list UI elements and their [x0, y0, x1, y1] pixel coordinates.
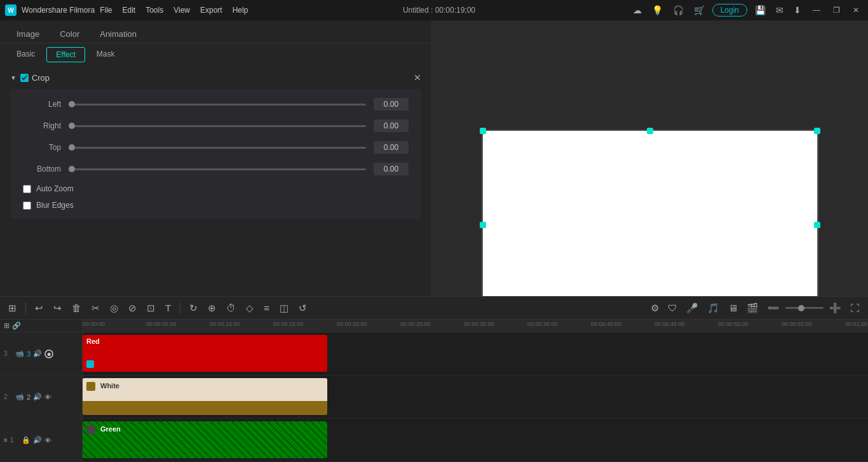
minimize-button[interactable]: — [809, 4, 824, 16]
close-button[interactable]: ✕ [849, 4, 863, 16]
download-icon[interactable]: ⬇ [791, 4, 804, 17]
tab-color[interactable]: Color [51, 25, 88, 43]
auto-zoom-checkbox[interactable] [23, 185, 31, 193]
tb-layout-icon[interactable]: ⊞ [5, 301, 20, 316]
crop-checkbox-label[interactable]: Crop [20, 73, 50, 83]
tab-animation[interactable]: Animation [91, 25, 146, 43]
tb-film-icon[interactable]: 🎬 [743, 301, 762, 316]
handle-left-mid[interactable] [480, 222, 486, 228]
save-icon[interactable]: 💾 [752, 4, 768, 17]
menu-edit[interactable]: Edit [123, 6, 136, 15]
mail-icon[interactable]: ✉ [773, 4, 786, 17]
lightbulb-icon[interactable]: 💡 [649, 4, 665, 17]
track1-mute-icon[interactable]: 🔊 [33, 436, 42, 444]
clip-red-badge [86, 360, 94, 368]
handle-right-mid[interactable] [814, 222, 820, 228]
cloud-icon[interactable]: ☁ [630, 4, 644, 17]
tb-add-icon[interactable]: ⊕ [205, 301, 219, 316]
tb-loop-icon[interactable]: ↺ [295, 301, 310, 316]
track3-visibility-circle[interactable]: ● [44, 350, 53, 358]
blur-edges-row[interactable]: Blur Edges [23, 201, 409, 210]
restore-button[interactable]: ❐ [829, 4, 844, 16]
tb-ripple-icon[interactable]: ◫ [276, 301, 292, 316]
crop-fields: Left Right Top Bottom [10, 89, 421, 219]
subtab-effect[interactable]: Effect [46, 47, 85, 62]
crop-bottom-label: Bottom [23, 165, 61, 173]
tb-text-icon[interactable]: T [162, 301, 174, 315]
handle-top-right[interactable] [814, 128, 820, 134]
crop-top-slider[interactable] [69, 147, 366, 149]
menu-tools[interactable]: Tools [146, 6, 163, 15]
tb-rotate-icon[interactable]: ↻ [186, 301, 201, 316]
tb-monitor-icon[interactable]: 🖥 [725, 301, 741, 315]
menu-export[interactable]: Export [200, 6, 222, 15]
tb-crop-icon[interactable]: ◎ [107, 301, 121, 316]
handle-top-left[interactable] [480, 128, 486, 134]
timeline-section: ⊞ ↩ ↪ 🗑 ✂ ◎ ⊘ ⊡ T ↻ ⊕ ⏱ ◇ ≡ ◫ ↺ ⚙ 🛡 🎤 🎵 … [0, 296, 868, 462]
subtab-basic[interactable]: Basic [8, 47, 44, 62]
cart-icon[interactable]: 🛒 [691, 4, 707, 17]
login-button[interactable]: Login [712, 4, 747, 17]
crop-top-value[interactable] [374, 141, 409, 154]
menu-help[interactable]: Help [233, 6, 248, 15]
menu-view[interactable]: View [173, 6, 190, 15]
ruler-mark-35: 00:00:35:00 [527, 321, 558, 327]
tb-undo-icon[interactable]: ↩ [32, 301, 46, 316]
menu-file[interactable]: File [100, 6, 112, 15]
tb-right-group: ⚙ 🛡 🎤 🎵 🖥 🎬 ➖ ➕ ⛶ [648, 301, 863, 316]
track-row-1: Green [83, 419, 868, 462]
track2-mute-icon[interactable]: 🔊 [33, 393, 42, 401]
collapse-arrow-icon[interactable]: ▼ [10, 74, 17, 81]
tb-mic-icon[interactable]: 🎤 [683, 301, 702, 316]
clip-white[interactable]: White [83, 378, 327, 415]
crop-bottom-slider[interactable] [69, 168, 366, 170]
tb-shield-icon[interactable]: 🛡 [665, 301, 681, 315]
crop-left-slider[interactable] [69, 104, 366, 105]
tb-mute-icon[interactable]: ⊘ [125, 301, 140, 316]
tb-fullscreen-icon[interactable]: ⛶ [847, 301, 863, 315]
tab-image[interactable]: Image [8, 25, 48, 43]
track2-eye-icon[interactable]: 👁 [44, 393, 51, 401]
tb-delete-icon[interactable]: 🗑 [69, 301, 85, 315]
crop-right-value[interactable] [374, 119, 409, 132]
panel-tabs: Image Color Animation [0, 20, 431, 43]
tb-list-icon[interactable]: ≡ [261, 301, 273, 315]
crop-bottom-value[interactable] [374, 163, 409, 175]
tb-split-icon[interactable]: ⊡ [144, 301, 158, 316]
add-track-icon[interactable]: ⊞ [4, 322, 10, 330]
tb-diamond-icon[interactable]: ◇ [243, 301, 257, 316]
headphone-icon[interactable]: 🎧 [670, 4, 686, 17]
tb-timer-icon[interactable]: ⏱ [223, 301, 239, 315]
blur-edges-checkbox[interactable] [23, 201, 31, 210]
tb-cut-icon[interactable]: ✂ [88, 301, 103, 316]
ruler-mark-60: 00:01:00:00 [845, 321, 868, 327]
link-icon[interactable]: 🔗 [12, 322, 21, 330]
tb-music-icon[interactable]: 🎵 [704, 301, 722, 316]
clip-white-badge [86, 382, 95, 391]
crop-checkbox[interactable] [20, 74, 29, 82]
clip-green-label: Green [100, 425, 121, 433]
auto-zoom-row[interactable]: Auto Zoom [23, 184, 409, 193]
crop-right-slider[interactable] [69, 125, 366, 127]
tb-redo-icon[interactable]: ↪ [50, 301, 65, 316]
crop-top-label: Top [23, 143, 61, 152]
track1-lock-icon[interactable]: 🔒 [22, 436, 31, 444]
handle-top-mid[interactable] [647, 128, 653, 134]
track2-video-icon[interactable]: 📹 [15, 393, 24, 401]
track3-video-icon[interactable]: 📹 [15, 350, 24, 358]
track-label-2: 2 📹 2 🔊 👁 [0, 376, 82, 419]
clip-green[interactable]: Green [83, 421, 327, 458]
tb-plus-icon[interactable]: ➕ [826, 301, 844, 316]
tb-minus-icon[interactable]: ➖ [764, 301, 783, 316]
app-logo: W [5, 4, 17, 16]
tracks-container: ⊞ 🔗 3 📹 3 🔊 ● 2 📹 2 🔊 👁 ≡ 1 [0, 320, 868, 462]
track1-eye-icon[interactable]: 👁 [44, 437, 51, 444]
zoom-slider[interactable] [785, 307, 824, 309]
crop-close-icon[interactable]: ✕ [414, 72, 421, 83]
clip-red[interactable]: Red [83, 335, 327, 372]
track-row-2: White [83, 376, 868, 419]
tb-settings-icon[interactable]: ⚙ [648, 301, 662, 316]
crop-left-value[interactable] [374, 98, 409, 111]
track3-mute-icon[interactable]: 🔊 [33, 350, 42, 358]
subtab-mask[interactable]: Mask [88, 47, 124, 62]
